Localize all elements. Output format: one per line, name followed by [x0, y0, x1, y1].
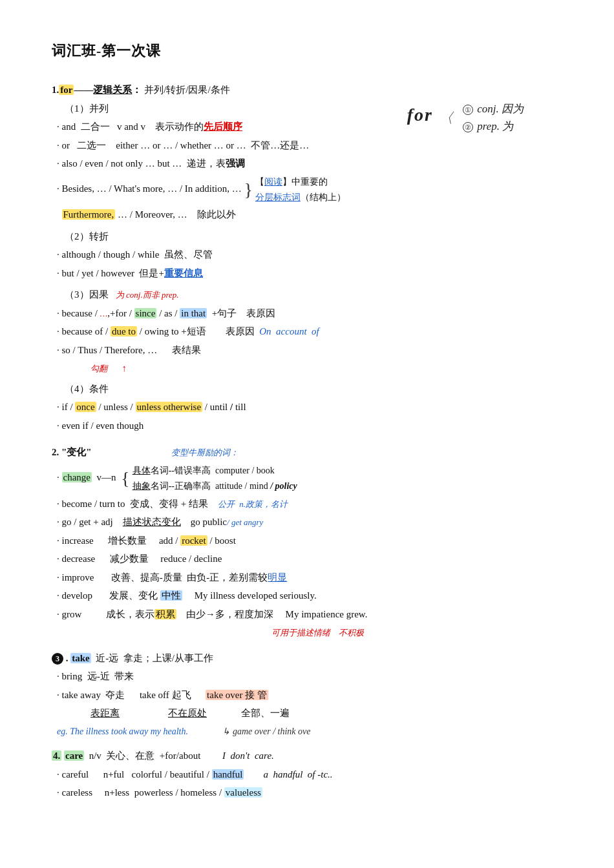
- s1-or: · or 二选一 either … or … / whether … or … …: [57, 138, 569, 154]
- s1-although: · although / though / while 虽然、尽管: [57, 247, 569, 264]
- s1-tiaojian-header: （4）条件: [65, 381, 569, 398]
- s2-grow-annot: 可用于描述情绪 不积极: [271, 625, 569, 641]
- s1-evenif: · even if / even though: [57, 418, 569, 435]
- s4-careful: · careful n+ful colorful / beautiful / h…: [57, 767, 569, 783]
- section-2: 2. "变化" 变型牛掰励的词： · change v—n { 具体名词--错误…: [52, 444, 569, 641]
- s1-because: · because / …,+for / since / as / in tha…: [57, 305, 569, 322]
- s1-furthermore: Furthermore, … / Moreover, … 除此以外: [57, 207, 569, 223]
- s3-bring: · bring 远-近 带来: [57, 668, 569, 685]
- for-meaning-2: ② prep. 为: [463, 120, 513, 132]
- s1-zhuanzhe-header: （2）转折: [65, 229, 569, 245]
- s3-eg: eg. The illness took away my health. ↳ g…: [57, 724, 569, 739]
- s2-goget: · go / get + adj 描述状态变化 go public/ get a…: [57, 514, 569, 531]
- for-meanings: ① conj. 因为 ② prep. 为: [463, 100, 524, 135]
- section-3: 3 . take 近-远 拿走；上课/从事工作 · bring 远-近 带来 ·…: [52, 650, 569, 739]
- s1-so: · so / Thus / Therefore, … 表结果: [57, 342, 569, 359]
- for-big-text: for: [407, 105, 433, 125]
- section-4: 4. care n/v 关心、在意 +for/about I don't car…: [52, 748, 569, 801]
- s4-careless: · careless n+less powerless / homeless /…: [57, 785, 569, 801]
- s4-header: 4. care n/v 关心、在意 +for/about I don't car…: [52, 748, 569, 765]
- s2-header: 2. "变化" 变型牛掰励的词：: [52, 444, 569, 461]
- s2-improve: · improve 改善、提高-质量 由负-正，差别需较明显: [57, 570, 569, 586]
- s1-jujian: 勾翻 ↑: [90, 360, 569, 377]
- s1-besides: · Besides, … / What's more, … / In addit…: [57, 174, 569, 205]
- s2-become: · become / turn to 变成、变得 + 结果 公开 n.政策，名计: [57, 496, 569, 513]
- s1-also: · also / even / not only … but … 递进，表强调: [57, 156, 569, 172]
- s1-if: · if / once / unless / unless otherwise …: [57, 399, 569, 416]
- s3-takeaway: · take away 夺走 take off 起飞 take over 接 管: [57, 687, 569, 704]
- s1-but: · but / yet / however 但是+重要信息: [57, 265, 569, 282]
- s2-change: · change v—n { 具体名词--错误率高 computer / boo…: [57, 463, 569, 494]
- for-meaning-1: ① conj. 因为: [463, 103, 524, 115]
- page-wrapper: for 〈 ① conj. 因为 ② prep. 为 词汇班-第一次课 1.fo…: [52, 39, 569, 801]
- for-annotation: for 〈 ① conj. 因为 ② prep. 为: [407, 100, 524, 135]
- s1-becauseof: · because of / due to / owing to +短语 表原因…: [57, 324, 569, 340]
- s2-develop: · develop 发展、变化 中性 My illness developed …: [57, 588, 569, 604]
- s2-increase: · increase 增长数量 add / rocket / boost: [57, 533, 569, 550]
- s1-yinguo-header: （3）因果 为 conj.而非 prep.: [65, 287, 569, 304]
- page-title: 词汇班-第一次课: [52, 39, 569, 63]
- s3-header: 3 . take 近-远 拿走；上课/从事工作: [52, 650, 569, 667]
- s2-decrease: · decrease 减少数量 reduce / decline: [57, 551, 569, 568]
- s3-subline: 表距离 不在原处 全部、一遍: [71, 705, 569, 722]
- s2-grow: · grow 成长，表示积累 由少→多，程度加深 My impatience g…: [57, 606, 569, 623]
- s1-header: 1.for——逻辑关系： 并列/转折/因果/条件: [52, 82, 569, 99]
